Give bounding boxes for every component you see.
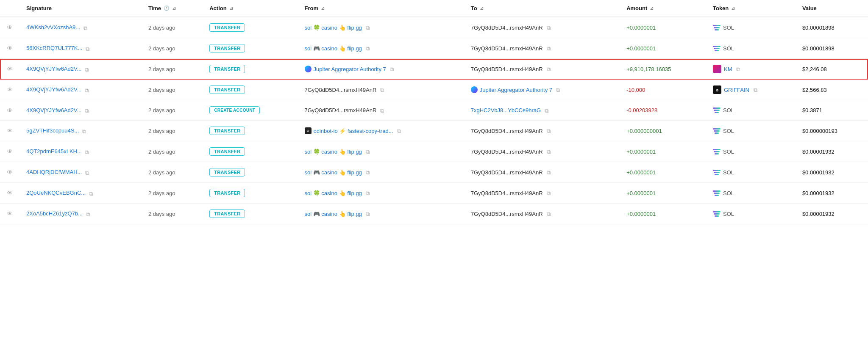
to-link[interactable]: Jupiter Aggregator Authority 7 <box>480 87 552 93</box>
copy-signature-icon[interactable]: ⧉ <box>85 66 91 72</box>
visibility-icon[interactable]: 👁 <box>7 66 13 72</box>
copy-signature-icon[interactable]: ⧉ <box>82 128 88 134</box>
copy-to-icon[interactable]: ⧉ <box>547 169 553 175</box>
signature-link[interactable]: 4X9QVjYJYfw6Ad2V... <box>26 66 81 72</box>
signature-cell: 4X9QVjYJYfw6Ad2V... ⧉ <box>19 59 142 80</box>
eye-cell: 👁 <box>0 17 19 38</box>
copy-to-icon[interactable]: ⧉ <box>547 128 553 134</box>
copy-from-icon[interactable]: ⧉ <box>366 190 372 196</box>
from-link[interactable]: odinbot-io ⚡ fastest-copy-trad... <box>314 128 393 134</box>
copy-to-icon[interactable]: ⧉ <box>556 87 562 93</box>
from-cell: sol 🍀 casino 👆 flip.gg ⧉ <box>305 190 457 196</box>
copy-to-icon[interactable]: ⧉ <box>547 190 553 196</box>
to-address: 7GyQ8dD5D4...rsmxH49AnR <box>471 149 543 155</box>
copy-from-icon[interactable]: ⧉ <box>366 45 372 51</box>
visibility-icon[interactable]: 👁 <box>7 169 13 176</box>
amount-value: +0.0000001 <box>626 211 656 217</box>
copy-signature-icon[interactable]: ⧉ <box>85 149 91 155</box>
time-cell: 2 days ago <box>142 100 203 121</box>
action-badge: TRANSFER <box>209 65 245 73</box>
signature-link[interactable]: 2XoA5bcHZ61yzQ7b... <box>26 210 83 217</box>
from-link[interactable]: sol 🍀 casino 👆 flip.gg <box>305 25 362 31</box>
copy-from-icon[interactable]: ⧉ <box>390 66 396 72</box>
visibility-icon[interactable]: 👁 <box>7 190 13 196</box>
amount-cell: +0.0000001 <box>620 162 706 183</box>
signature-link[interactable]: 2QoUeNKQCvEBGnC... <box>26 190 86 196</box>
amount-value: +0.0000001 <box>626 190 656 196</box>
visibility-icon[interactable]: 👁 <box>7 127 13 134</box>
clock-icon[interactable]: 🕐 <box>164 6 170 11</box>
visibility-icon[interactable]: 👁 <box>7 107 13 114</box>
from-link[interactable]: sol 🎮 casino 👆 flip.gg <box>305 169 362 176</box>
token-name: SOL <box>723 128 734 134</box>
signature-link[interactable]: 4ADHQRjDCfWMAH... <box>26 169 82 175</box>
to-filter-icon[interactable]: ⊿ <box>480 6 484 11</box>
copy-to-icon[interactable]: ⧉ <box>547 211 553 217</box>
to-link[interactable]: 7xgHC2VbJ8...YbCCe9hraG <box>471 107 541 113</box>
col-token-label: Token <box>713 5 729 11</box>
copy-to-icon[interactable]: ⧉ <box>547 149 553 154</box>
value-cell: $0.00001932 <box>796 162 868 183</box>
copy-from-icon[interactable]: ⧉ <box>380 87 386 93</box>
sol-stripe-icon <box>713 149 721 154</box>
value-cell: $0.00001898 <box>796 38 868 59</box>
from-cell-wrapper: sol 🎮 casino 👆 flip.gg ⧉ <box>298 204 464 224</box>
copy-signature-icon[interactable]: ⧉ <box>85 87 91 93</box>
time-filter-icon[interactable]: ⊿ <box>172 6 176 11</box>
copy-signature-icon[interactable]: ⧉ <box>85 170 91 176</box>
token-filter-icon[interactable]: ⊿ <box>731 6 735 11</box>
from-link[interactable]: sol 🎮 casino 👆 flip.gg <box>305 211 362 217</box>
copy-from-icon[interactable]: ⧉ <box>366 211 372 217</box>
token-link[interactable]: GRIFFAIN <box>724 87 749 93</box>
from-link[interactable]: sol 🍀 casino 👆 flip.gg <box>305 190 362 196</box>
col-from: From ⊿ <box>298 0 464 17</box>
amount-value: +9,910,178.16035 <box>626 66 671 72</box>
token-cell-wrapper: SOL <box>706 141 796 162</box>
copy-to-icon[interactable]: ⧉ <box>547 25 553 30</box>
signature-link[interactable]: 4X9QVjYJYfw6Ad2V... <box>26 86 81 93</box>
visibility-icon[interactable]: 👁 <box>7 45 13 52</box>
from-link[interactable]: sol 🍀 casino 👆 flip.gg <box>305 149 362 155</box>
copy-to-icon[interactable]: ⧉ <box>547 66 553 72</box>
signature-link[interactable]: 56XKcRRQ7UL777K... <box>26 45 82 51</box>
copy-signature-icon[interactable]: ⧉ <box>86 211 92 217</box>
token-cell: KM ⧉ <box>713 65 789 73</box>
copy-signature-icon[interactable]: ⧉ <box>89 190 95 196</box>
col-time: Time 🕐 ⊿ <box>142 0 203 17</box>
signature-link[interactable]: 5gZVTHif3copuu4S... <box>26 127 79 134</box>
copy-token-icon[interactable]: ⧉ <box>736 66 742 72</box>
value-cell: $0.3871 <box>796 100 868 121</box>
signature-link[interactable]: 4WKsh2vVXozshA9... <box>26 24 80 30</box>
copy-signature-icon[interactable]: ⧉ <box>83 25 89 31</box>
signature-cell: 4WKsh2vVXozshA9... ⧉ <box>19 17 142 38</box>
amount-filter-icon[interactable]: ⊿ <box>650 6 654 11</box>
copy-to-icon[interactable]: ⧉ <box>545 107 551 113</box>
copy-to-icon[interactable]: ⧉ <box>547 45 553 51</box>
token-link[interactable]: KM <box>724 66 732 72</box>
visibility-icon[interactable]: 👁 <box>7 24 13 31</box>
copy-signature-icon[interactable]: ⧉ <box>86 46 92 52</box>
copy-from-icon[interactable]: ⧉ <box>366 25 372 30</box>
action-filter-icon[interactable]: ⊿ <box>229 6 233 11</box>
copy-from-icon[interactable]: ⧉ <box>366 149 372 154</box>
visibility-icon[interactable]: 👁 <box>7 86 13 93</box>
copy-from-icon[interactable]: ⧉ <box>366 169 372 175</box>
sol-stripe-icon <box>713 25 721 30</box>
token-cell: SOL <box>713 190 789 196</box>
visibility-icon[interactable]: 👁 <box>7 210 13 217</box>
copy-from-icon[interactable]: ⧉ <box>380 107 386 113</box>
from-link[interactable]: sol 🎮 casino 👆 flip.gg <box>305 45 362 52</box>
table-row: 👁 4WKsh2vVXozshA9... ⧉ 2 days ago TRANSF… <box>0 17 868 38</box>
copy-signature-icon[interactable]: ⧉ <box>85 107 91 113</box>
action-cell: TRANSFER <box>203 59 298 80</box>
usd-value: $0.00001932 <box>802 211 835 217</box>
token-cell-wrapper: SOL <box>706 162 796 183</box>
signature-link[interactable]: 4X9QVjYJYfw6Ad2V... <box>26 107 81 113</box>
copy-from-icon[interactable]: ⧉ <box>397 128 403 134</box>
from-filter-icon[interactable]: ⊿ <box>321 6 325 11</box>
signature-link[interactable]: 4QT2pdmE645xLKH... <box>26 148 82 154</box>
copy-token-icon[interactable]: ⧉ <box>754 87 760 93</box>
visibility-icon[interactable]: 👁 <box>7 148 13 155</box>
from-link[interactable]: Jupiter Aggregator Authority 7 <box>314 66 386 72</box>
signature-cell: 5gZVTHif3copuu4S... ⧉ <box>19 121 142 141</box>
